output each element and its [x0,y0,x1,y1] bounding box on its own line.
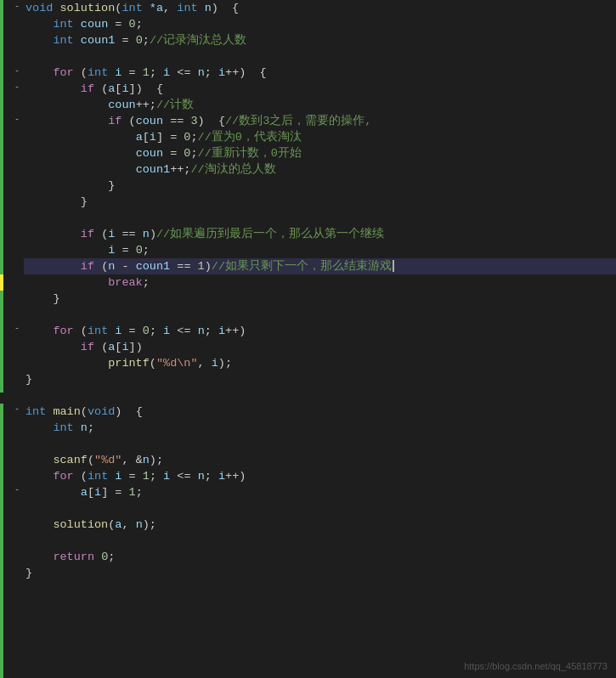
fold-4[interactable]: - [14,114,20,123]
line-26: int main(void) { [24,404,616,420]
line-6: if (a[i]) { [24,81,616,97]
line-31: a[i] = 1; [24,484,616,500]
line-4 [24,48,616,65]
fold-2[interactable]: - [14,65,20,75]
line-8: if (coun == 3) {//数到3之后，需要的操作, [24,113,616,129]
line-12: } [24,178,616,194]
line-34 [24,533,616,549]
line-30: for (int i = 1; i <= n; i++) [24,468,616,484]
line-14 [24,210,616,226]
fold-6[interactable]: - [14,404,20,413]
line-15: if (i == n)//如果遍历到最后一个，那么从第一个继续 [24,226,616,242]
line-29: scanf("%d", &n); [24,452,616,468]
line-32 [24,500,616,517]
line-1: void solution(int *a, int n) { [24,0,616,16]
line-24: } [24,371,616,387]
line-33: solution(a, n); [24,517,616,533]
line-27: int n; [24,420,616,436]
line-36: } [24,565,616,581]
line-23: printf("%d\n", i); [24,355,616,371]
fold-5[interactable]: - [14,323,20,332]
line-13: } [24,194,616,210]
line-7: coun++;//计数 [24,97,616,113]
line-2: int coun = 0; [24,16,616,32]
line-28 [24,436,616,452]
line-5: for (int i = 1; i <= n; i++) { [24,65,616,81]
fold-7[interactable]: - [14,484,20,494]
line-35: return 0; [24,549,616,565]
bar-green-1 [0,0,3,393]
line-11: coun1++;//淘汰的总人数 [24,161,616,178]
line-21: for (int i = 0; i <= n; i++) [24,323,616,339]
side-bar [0,0,14,678]
line-17: if (n - coun1 == 1)//如果只剩下一个，那么结束游戏 [24,258,616,274]
line-10: coun = 0;//重新计数，0开始 [24,145,616,161]
line-16: i = 0; [24,242,616,258]
line-20 [24,307,616,323]
bar-yellow-1 [0,274,3,291]
code-content: void solution(int *a, int n) { int coun … [24,0,616,678]
line-19: } [24,291,616,307]
bar-green-2 [0,404,3,678]
fold-1[interactable]: - [14,1,20,10]
line-18: break; [24,274,616,291]
line-9: a[i] = 0;//置为0，代表淘汰 [24,129,616,145]
line-22: if (a[i]) [24,339,616,355]
fold-3[interactable]: - [14,82,20,91]
fold-gutter: - - - - - - - [14,0,24,678]
editor: - - - - - - - void solution(int *a, int … [0,0,616,678]
watermark: https://blog.csdn.net/qq_45818773 [464,661,608,671]
line-25 [24,387,616,404]
line-3: int coun1 = 0;//记录淘汰总人数 [24,32,616,48]
